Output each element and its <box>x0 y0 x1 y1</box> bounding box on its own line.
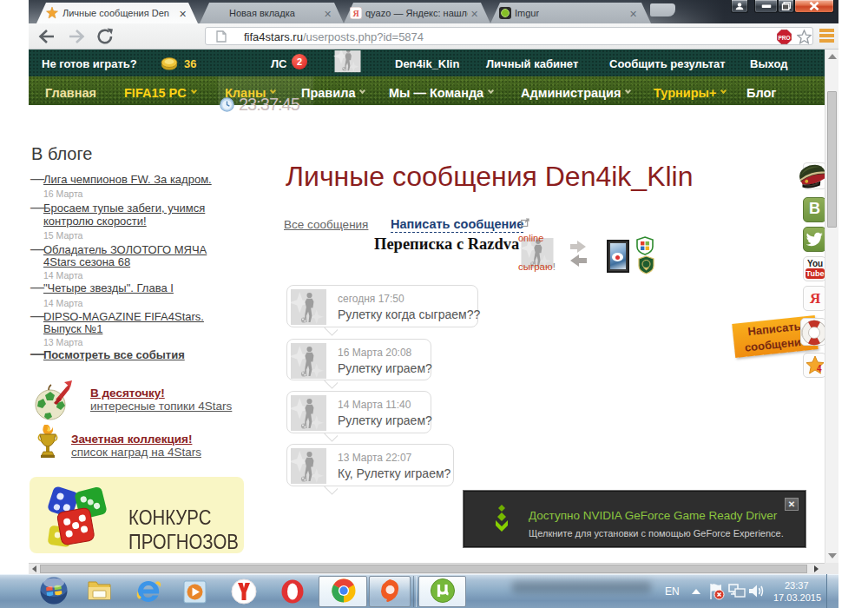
svg-text:PRO: PRO <box>778 35 790 41</box>
svg-text:Я: Я <box>352 9 359 18</box>
svg-text:4: 4 <box>817 364 822 373</box>
